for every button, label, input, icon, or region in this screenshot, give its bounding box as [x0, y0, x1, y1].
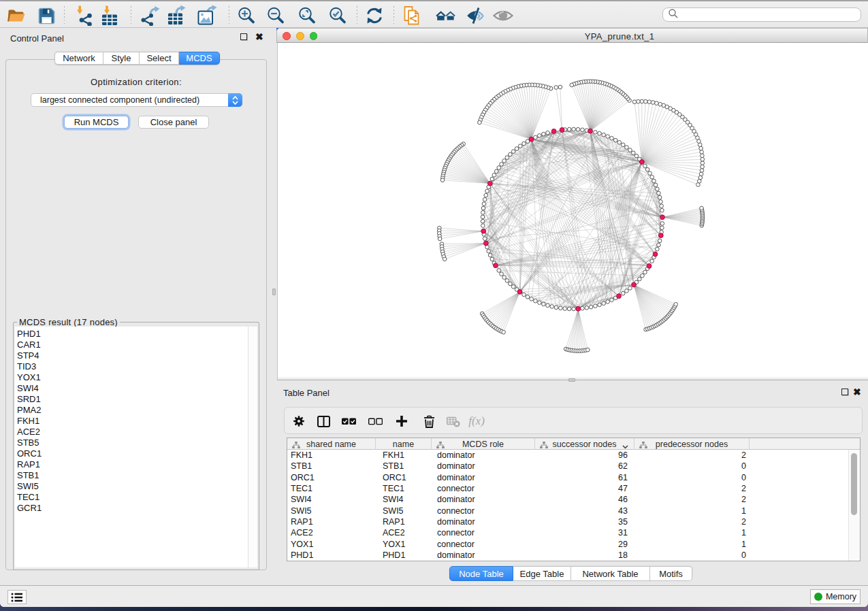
- mcds-result-item[interactable]: GCR1: [15, 503, 257, 514]
- run-mcds-button[interactable]: Run MCDS: [64, 116, 129, 129]
- criterion-select[interactable]: largest connected component (undirected): [31, 93, 242, 107]
- column-header-successor-nodes[interactable]: successor nodes: [535, 438, 634, 450]
- table-row[interactable]: YOX1YOX1connector291: [287, 538, 850, 549]
- mcds-result-item[interactable]: CAR1: [15, 340, 257, 350]
- tab-edge-table[interactable]: Edge Table: [513, 566, 571, 581]
- criterion-value: largest connected component (undirected): [40, 95, 199, 105]
- export-table-icon[interactable]: [167, 5, 187, 26]
- tab-node-table[interactable]: Node Table: [449, 566, 513, 581]
- shared-column-icon: [292, 441, 300, 450]
- table-row[interactable]: ORC1ORC1dominator610: [287, 472, 850, 483]
- mcds-result-item[interactable]: TID3: [15, 361, 257, 372]
- table-cell: SWI4: [291, 494, 372, 505]
- mcds-result-item[interactable]: STP4: [15, 350, 257, 361]
- mcds-result-item[interactable]: SWI4: [15, 383, 257, 394]
- mcds-result-item[interactable]: STB5: [15, 437, 257, 448]
- select-all-checkboxes-icon[interactable]: [341, 414, 356, 428]
- tab-network-table[interactable]: Network Table: [571, 566, 650, 581]
- zoom-out-icon[interactable]: [266, 5, 286, 26]
- table-row[interactable]: FKH1FKH1dominator962: [287, 450, 850, 461]
- column-header-name[interactable]: name: [376, 438, 432, 450]
- export-image-icon[interactable]: [197, 5, 217, 26]
- mcds-result-list[interactable]: PHD1CAR1STP4TID3YOX1SWI4SRD1PMA2FKH1ACE2…: [15, 327, 257, 567]
- control-panel-tabs: Network Style Select MCDS: [54, 52, 220, 65]
- hide-selected-icon[interactable]: [465, 5, 485, 26]
- control-panel-title: Control Panel: [10, 33, 64, 44]
- tab-select[interactable]: Select: [140, 52, 179, 65]
- zoom-in-icon[interactable]: [236, 5, 257, 26]
- column-header-predecessor-nodes[interactable]: predecessor nodes: [634, 438, 750, 450]
- network-window-titlebar[interactable]: YPA_prune.txt_1: [276, 28, 868, 43]
- control-panel-close-icon[interactable]: ✖: [255, 33, 263, 40]
- delete-column-icon[interactable]: [421, 414, 436, 428]
- column-header-shared-name[interactable]: shared name: [287, 438, 376, 450]
- window-zoom-icon[interactable]: [310, 32, 318, 40]
- mcds-result-item[interactable]: PMA2: [15, 405, 257, 416]
- memory-button[interactable]: Memory: [810, 589, 861, 604]
- split-panel-icon[interactable]: [316, 414, 331, 428]
- mcds-result-item[interactable]: ACE2: [15, 427, 257, 437]
- import-table-icon[interactable]: [99, 5, 120, 26]
- window-minimize-icon[interactable]: [296, 32, 304, 40]
- memory-label: Memory: [826, 592, 856, 601]
- network-canvas[interactable]: [277, 43, 868, 380]
- table-row[interactable]: RAP1RAP1dominator352: [287, 516, 850, 527]
- mcds-result-item[interactable]: SRD1: [15, 394, 257, 405]
- close-panel-button[interactable]: Close panel: [138, 116, 209, 129]
- tab-network[interactable]: Network: [54, 52, 103, 65]
- function-builder-icon: f(x): [469, 414, 484, 428]
- table-scrollbar-thumb[interactable]: [851, 453, 857, 515]
- table-panel-close-icon[interactable]: ✖: [853, 389, 861, 395]
- toolbar-separator: [64, 6, 65, 25]
- mcds-result-item[interactable]: ORC1: [15, 448, 257, 459]
- zoom-fit-content-icon[interactable]: [297, 5, 317, 26]
- table-row[interactable]: SWI4SWI4dominator462: [287, 494, 850, 505]
- show-panels-button[interactable]: [7, 590, 27, 604]
- mcds-result-item[interactable]: STB1: [15, 470, 257, 481]
- tab-mcds[interactable]: MCDS: [179, 52, 220, 65]
- table-cell: dominator: [437, 472, 532, 483]
- mcds-result-item[interactable]: YOX1: [15, 372, 257, 383]
- column-settings-icon[interactable]: [291, 414, 306, 428]
- table-cell: 46: [535, 494, 628, 505]
- table-scrollbar[interactable]: [848, 450, 860, 561]
- tab-style[interactable]: Style: [103, 52, 140, 65]
- open-session-icon[interactable]: [6, 5, 27, 26]
- refresh-view-icon[interactable]: [364, 5, 385, 26]
- mcds-result-item[interactable]: TEC1: [15, 492, 257, 503]
- mcds-result-item[interactable]: PHD1: [15, 329, 257, 340]
- import-network-icon[interactable]: [74, 5, 95, 26]
- show-all-icon[interactable]: [493, 5, 513, 26]
- tab-motifs[interactable]: Motifs: [650, 566, 692, 581]
- table-row[interactable]: PHD1PHD1dominator180: [287, 550, 850, 561]
- save-session-icon[interactable]: [36, 5, 57, 26]
- mcds-result-item[interactable]: RAP1: [15, 459, 257, 470]
- table-cell: 47: [535, 483, 628, 494]
- search-input[interactable]: [662, 7, 861, 22]
- mcds-result-group: MCDS result (17 nodes) PHD1CAR1STP4TID3Y…: [13, 322, 259, 570]
- network-window-title: YPA_prune.txt_1: [517, 31, 722, 42]
- add-column-icon[interactable]: [394, 414, 409, 428]
- table-cell: 31: [535, 527, 628, 538]
- column-header-mcds-role[interactable]: MCDS role: [432, 438, 535, 450]
- zoom-selected-icon[interactable]: [327, 5, 348, 26]
- mcds-result-item[interactable]: SWI5: [15, 481, 257, 492]
- table-row[interactable]: TEC1TEC1connector472: [287, 483, 850, 494]
- mcds-result-item[interactable]: FKH1: [15, 416, 257, 427]
- mcds-list-scrollbar[interactable]: [248, 327, 257, 567]
- export-network-icon[interactable]: [140, 5, 160, 26]
- window-resize-corner-icon[interactable]: [276, 28, 279, 31]
- vertical-splitter-handle[interactable]: [272, 288, 276, 295]
- table-row[interactable]: ACE2ACE2connector311: [287, 527, 850, 538]
- table-row[interactable]: STB1STB1dominator620: [287, 461, 850, 472]
- clone-network-icon[interactable]: [402, 5, 423, 26]
- table-cell: YOX1: [291, 538, 372, 549]
- table-row[interactable]: SWI5SWI5connector431: [287, 506, 850, 516]
- deselect-all-checkboxes-icon[interactable]: [368, 414, 383, 428]
- table-panel-maximize-icon[interactable]: [841, 389, 848, 395]
- table-cell: dominator: [437, 450, 532, 461]
- control-panel-maximize-icon[interactable]: [240, 33, 247, 40]
- window-close-icon[interactable]: [283, 32, 291, 40]
- first-neighbors-icon[interactable]: [436, 5, 456, 26]
- table-cell: dominator: [437, 461, 532, 472]
